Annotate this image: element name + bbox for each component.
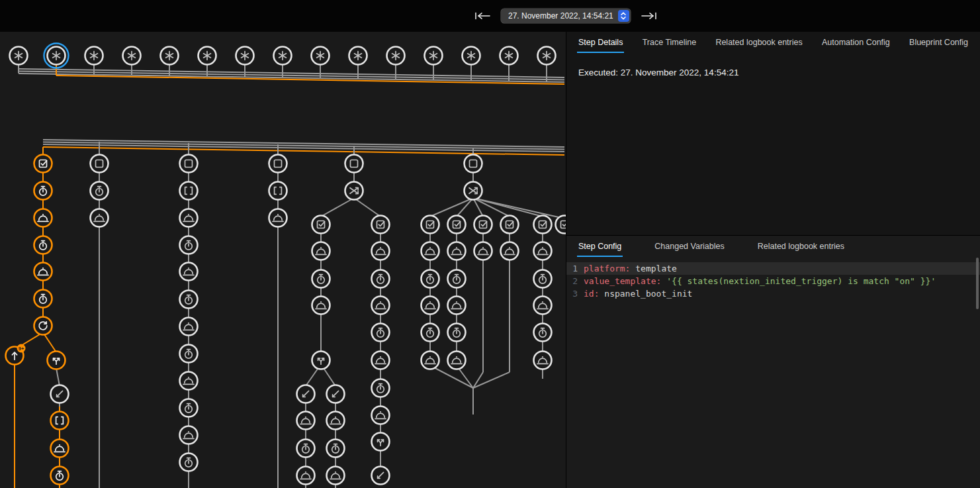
trace-node-service[interactable] (327, 467, 345, 485)
trace-node-asterisk[interactable] (538, 47, 556, 65)
trace-node-asterisk[interactable] (44, 44, 69, 68)
trace-node-arrow-dl[interactable] (372, 467, 390, 485)
trace-node-asterisk[interactable] (349, 47, 367, 65)
trace-node-timer[interactable] (180, 345, 198, 363)
trace-node-arrow-dl[interactable] (297, 385, 315, 403)
code-line[interactable]: 1platform: template (566, 262, 980, 275)
trace-node-condition[interactable] (448, 216, 466, 234)
trace-node-timer[interactable] (180, 236, 198, 254)
trace-node-service[interactable] (34, 209, 52, 227)
tab-step-config[interactable]: Step Config (577, 236, 623, 257)
run-selector[interactable]: 27. November 2022, 14:54:21 (501, 9, 631, 23)
trace-node-service[interactable] (534, 242, 552, 260)
trace-node-timer[interactable] (448, 270, 466, 288)
trace-node-service[interactable] (372, 352, 390, 369)
trace-node-parallel[interactable] (465, 182, 482, 200)
trace-node-brackets[interactable] (269, 182, 287, 200)
trace-node-square[interactable] (91, 155, 109, 173)
tab-related-logbook-entries[interactable]: Related logbook entries (714, 32, 803, 53)
trace-node-arrow-up[interactable]: 9+ (6, 344, 26, 365)
trace-node-service[interactable] (372, 242, 390, 260)
trace-node-square[interactable] (465, 155, 482, 173)
trace-node-service[interactable] (180, 209, 198, 227)
trace-node-timer[interactable] (372, 324, 390, 342)
trace-node-split[interactable] (372, 433, 390, 451)
trace-node-condition[interactable] (474, 216, 492, 234)
tab-trace-timeline[interactable]: Trace Timeline (641, 32, 698, 53)
trace-node-asterisk[interactable] (236, 47, 254, 65)
trace-node-service[interactable] (34, 263, 52, 281)
trace-node-timer[interactable] (422, 324, 439, 342)
trace-node-asterisk[interactable] (312, 47, 330, 65)
trace-node-asterisk[interactable] (425, 47, 443, 65)
trace-node-timer[interactable] (534, 324, 552, 342)
code-line[interactable]: 2value_template: '{{ states(nextion_init… (566, 275, 980, 287)
trace-node-condition[interactable] (372, 216, 390, 234)
trace-node-timer[interactable] (34, 182, 52, 200)
tab-blueprint-config[interactable]: Blueprint Config (908, 32, 969, 53)
trace-node-condition[interactable] (501, 216, 519, 234)
trace-node-timer[interactable] (180, 454, 198, 471)
trace-node-repeat[interactable] (34, 317, 52, 335)
trace-node-arrow-dl[interactable] (51, 385, 69, 403)
trace-node-asterisk[interactable] (161, 47, 179, 65)
trace-node-condition[interactable] (34, 155, 52, 173)
tab-changed-variables[interactable]: Changed Variables (653, 236, 725, 257)
trace-node-brackets[interactable] (51, 412, 69, 430)
trace-node-timer[interactable] (312, 270, 330, 288)
trace-node-timer[interactable] (180, 291, 198, 309)
trace-node-asterisk[interactable] (85, 47, 103, 65)
trace-node-asterisk[interactable] (10, 47, 28, 65)
trace-node-asterisk[interactable] (463, 47, 480, 65)
trace-node-timer[interactable] (180, 399, 198, 417)
trace-node-service[interactable] (312, 242, 330, 260)
step-config-code[interactable]: 1platform: template2value_template: '{{ … (566, 262, 980, 300)
trace-node-timer[interactable] (327, 440, 345, 458)
trace-node-service[interactable] (269, 209, 287, 227)
trace-node-condition[interactable] (312, 216, 330, 234)
previous-run-button[interactable] (471, 9, 494, 23)
trace-node-service[interactable] (534, 297, 552, 315)
trace-node-square[interactable] (345, 155, 363, 173)
trace-node-timer[interactable] (422, 270, 439, 288)
trace-node-service[interactable] (297, 467, 315, 485)
trace-node-parallel[interactable] (345, 182, 363, 200)
trace-node-service[interactable] (422, 242, 439, 260)
trace-node-service[interactable] (448, 352, 466, 369)
trace-node-service[interactable] (180, 372, 198, 390)
trace-node-asterisk[interactable] (387, 47, 405, 65)
trace-node-service[interactable] (297, 412, 315, 430)
trace-node-service[interactable] (501, 242, 519, 260)
trace-node-condition[interactable] (534, 216, 552, 234)
trace-node-timer[interactable] (534, 270, 552, 288)
tab-related-logbook-entries[interactable]: Related logbook entries (756, 236, 846, 257)
trace-node-split[interactable] (312, 352, 330, 369)
trace-node-service[interactable] (534, 352, 552, 369)
trace-node-service[interactable] (51, 440, 69, 458)
trace-node-timer[interactable] (448, 324, 466, 342)
trace-node-timer[interactable] (91, 182, 109, 200)
trace-node-service[interactable] (327, 412, 345, 430)
trace-node-timer[interactable] (372, 379, 390, 397)
trace-node-timer[interactable] (297, 440, 315, 458)
trace-node-service[interactable] (422, 352, 439, 369)
trace-node-service[interactable] (448, 242, 466, 260)
scrollbar-thumb[interactable] (976, 258, 979, 309)
trace-node-arrow-dl[interactable] (327, 385, 345, 403)
trace-node-asterisk[interactable] (500, 47, 518, 65)
trace-node-service[interactable] (448, 297, 466, 315)
trace-node-square[interactable] (180, 155, 198, 173)
trace-node-condition[interactable] (422, 216, 439, 234)
tab-step-details[interactable]: Step Details (577, 32, 624, 53)
trace-graph-pane[interactable]: 9+ (0, 32, 566, 488)
trace-node-service[interactable] (180, 318, 198, 336)
trace-node-asterisk[interactable] (123, 47, 141, 65)
trace-node-timer[interactable] (34, 290, 52, 308)
trace-node-condition[interactable] (556, 216, 566, 234)
trace-node-service[interactable] (474, 242, 492, 260)
trace-node-service[interactable] (312, 297, 330, 315)
tab-automation-config[interactable]: Automation Config (821, 32, 891, 53)
trace-node-asterisk[interactable] (199, 47, 216, 65)
trace-node-square[interactable] (269, 155, 287, 173)
trace-node-service[interactable] (91, 209, 109, 227)
